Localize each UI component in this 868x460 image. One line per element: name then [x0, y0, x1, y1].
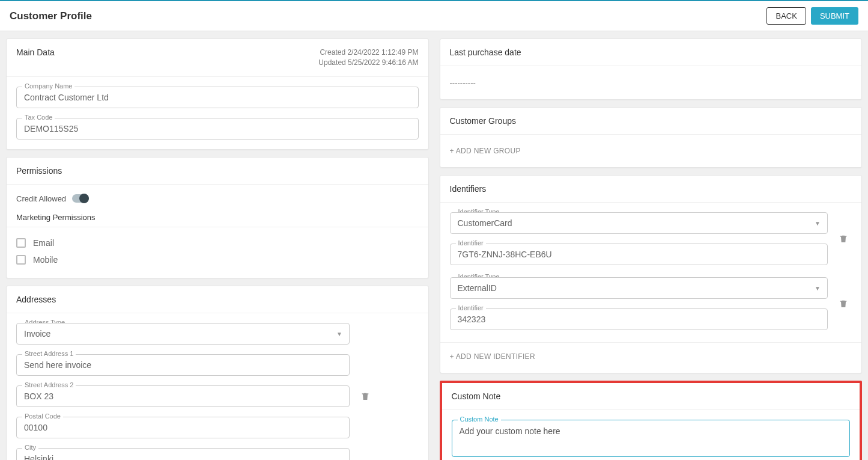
main-data-card: Main Data Created 2/24/2022 1:12:49 PM U…: [6, 38, 429, 150]
addresses-title: Addresses: [16, 295, 56, 304]
city-label: City: [22, 444, 38, 451]
identifier-type-field: Identifier Type ExternalID ▼: [450, 277, 828, 299]
marketing-permissions-title: Marketing Permissions: [7, 206, 428, 227]
identifier-type-select[interactable]: ExternalID: [450, 277, 828, 299]
addresses-card: Addresses Address Type Invoice ▼ Stre: [6, 286, 429, 460]
tax-code-input[interactable]: [16, 118, 419, 140]
address-fields: Address Type Invoice ▼ Street Address 1 …: [16, 323, 350, 460]
last-purchase-header: Last purchase date: [440, 39, 862, 66]
email-permission-label: Email: [33, 238, 54, 248]
customer-groups-title: Customer Groups: [450, 116, 516, 126]
custom-note-card: Custom Note Custom Note: [442, 383, 860, 460]
company-name-label: Company Name: [22, 82, 74, 90]
header-actions: BACK SUBMIT: [766, 7, 858, 25]
permissions-title: Permissions: [16, 166, 62, 176]
permissions-header: Permissions: [7, 158, 428, 185]
add-identifier-button[interactable]: + ADD NEW IDENTIFIER: [450, 350, 852, 363]
identifiers-title: Identifiers: [450, 184, 487, 194]
delete-identifier-button[interactable]: [835, 230, 852, 248]
trash-icon: [360, 391, 370, 402]
address-type-field: Address Type Invoice ▼: [16, 323, 350, 345]
trash-icon: [839, 233, 848, 244]
custom-note-field: Custom Note: [452, 420, 851, 459]
identifier-value-input[interactable]: [450, 308, 828, 330]
email-checkbox[interactable]: [16, 238, 26, 248]
identifiers-card: Identifiers Identifier Type CustomerCard…: [440, 175, 863, 373]
postal-label: Postal Code: [22, 412, 63, 420]
submit-button[interactable]: SUBMIT: [811, 7, 858, 25]
identifier-value-label: Identifier: [456, 304, 486, 311]
address-type-select[interactable]: Invoice: [16, 323, 350, 345]
main-data-title: Main Data: [16, 48, 55, 57]
city-field: City: [16, 448, 350, 460]
left-column: Main Data Created 2/24/2022 1:12:49 PM U…: [6, 38, 429, 460]
credit-allowed-row: Credit Allowed: [16, 194, 419, 203]
right-column: Last purchase date ---------- Customer G…: [440, 38, 863, 460]
main-data-meta: Created 2/24/2022 1:12:49 PM Updated 5/2…: [318, 48, 418, 68]
street2-field: Street Address 2: [16, 385, 350, 407]
custom-note-input[interactable]: [452, 420, 851, 457]
page-header: Customer Profile BACK SUBMIT: [0, 1, 868, 31]
updated-timestamp: Updated 5/25/2022 9:46:16 AM: [318, 58, 418, 68]
toggle-knob: [79, 194, 89, 203]
identifier-value-field: Identifier: [450, 308, 828, 330]
delete-identifier-button[interactable]: [835, 295, 852, 313]
addresses-header: Addresses: [7, 286, 428, 313]
mobile-checkbox[interactable]: [16, 255, 26, 265]
tax-code-field: Tax Code: [16, 118, 419, 140]
city-input[interactable]: [16, 448, 350, 460]
trash-icon: [839, 298, 848, 309]
company-name-field: Company Name: [16, 87, 419, 108]
customer-groups-header: Customer Groups: [440, 108, 862, 135]
mobile-permission-label: Mobile: [33, 255, 58, 265]
street2-input[interactable]: [16, 385, 350, 407]
main-data-header: Main Data Created 2/24/2022 1:12:49 PM U…: [7, 39, 428, 77]
company-name-input[interactable]: [16, 87, 419, 108]
identifier-type-select[interactable]: CustomerCard: [450, 212, 828, 234]
identifier-value-label: Identifier: [456, 239, 486, 247]
postal-input[interactable]: [16, 417, 350, 438]
customer-groups-card: Customer Groups + ADD NEW GROUP: [440, 107, 863, 168]
address-block: Address Type Invoice ▼ Street Address 1 …: [16, 323, 419, 460]
custom-note-title: Custom Note: [452, 391, 501, 401]
tax-code-label: Tax Code: [22, 114, 55, 121]
postal-field: Postal Code: [16, 417, 350, 438]
page-title: Customer Profile: [10, 10, 92, 22]
street1-label: Street Address 1: [22, 350, 76, 357]
identifier-row: Identifier Type ExternalID ▼ Identifier: [450, 277, 852, 330]
add-group-button[interactable]: + ADD NEW GROUP: [450, 144, 852, 158]
custom-note-highlight: Custom Note Custom Note: [440, 381, 863, 460]
delete-address-button[interactable]: [357, 387, 374, 405]
last-purchase-title: Last purchase date: [450, 48, 521, 57]
last-purchase-value: ----------: [450, 76, 852, 90]
last-purchase-card: Last purchase date ----------: [440, 38, 863, 100]
street1-field: Street Address 1: [16, 354, 350, 376]
identifier-type-field: Identifier Type CustomerCard ▼: [450, 212, 828, 234]
identifier-value-input[interactable]: [450, 244, 828, 265]
identifier-row: Identifier Type CustomerCard ▼ Identifie…: [450, 212, 852, 265]
back-button[interactable]: BACK: [766, 7, 806, 25]
identifiers-header: Identifiers: [440, 176, 862, 203]
permissions-card: Permissions Credit Allowed Marketing Per…: [6, 157, 429, 278]
street1-input[interactable]: [16, 354, 350, 376]
created-timestamp: Created 2/24/2022 1:12:49 PM: [318, 48, 418, 58]
content-columns: Main Data Created 2/24/2022 1:12:49 PM U…: [0, 31, 868, 460]
email-permission-row: Email: [16, 235, 419, 251]
credit-allowed-label: Credit Allowed: [16, 194, 66, 203]
mobile-permission-row: Mobile: [16, 251, 419, 268]
identifier-value-field: Identifier: [450, 244, 828, 265]
credit-allowed-toggle[interactable]: [72, 194, 89, 203]
custom-note-label: Custom Note: [458, 416, 501, 423]
street2-label: Street Address 2: [22, 381, 76, 388]
custom-note-header: Custom Note: [442, 383, 860, 410]
